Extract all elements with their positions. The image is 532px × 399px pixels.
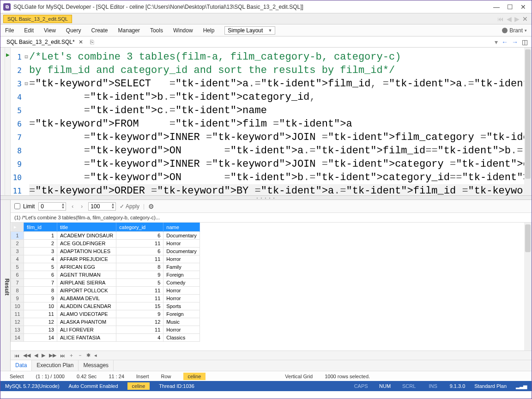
cell-name[interactable]: Classics [163, 334, 200, 342]
cell-category-id[interactable]: 11 [116, 295, 163, 302]
open-file-chip[interactable]: SQL Basic_13_2_edit.SQL [3, 15, 72, 23]
cell-title[interactable]: ACADEMY DINOSAUR [57, 232, 116, 240]
menu-query[interactable]: Query [66, 27, 81, 34]
cell-title[interactable]: ALADDIN CALENDAR [57, 302, 116, 310]
cell-category-id[interactable]: 15 [116, 302, 163, 310]
result-tab-messages[interactable]: Messages [79, 360, 114, 371]
menu-view[interactable]: View [44, 27, 56, 34]
horizontal-split-handle[interactable]: • • • • • [0, 195, 532, 200]
cell-name[interactable]: Horror [163, 326, 200, 334]
cell-film-id[interactable]: 14 [24, 334, 57, 342]
run-gutter[interactable]: ▶ [5, 48, 11, 195]
table-row[interactable]: 1313ALI FOREVER11Horror [11, 326, 200, 334]
cell-title[interactable]: ACE GOLDFINGER [57, 240, 116, 248]
tool-prev-icon[interactable]: ← [502, 38, 508, 46]
table-row[interactable]: 1212ALASKA PHANTOM12Music [11, 318, 200, 326]
nav-first-icon[interactable]: ⏮ [497, 15, 504, 23]
result-grid[interactable]: ▸ film_id title category_id name 11ACADE… [11, 223, 200, 342]
gear-icon[interactable]: ⚙ [148, 203, 154, 210]
cell-title[interactable]: ALICE FANTASIA [57, 334, 116, 342]
result-tab-data[interactable]: Data [11, 360, 32, 371]
cell-name[interactable]: Sports [163, 302, 200, 310]
nav-prev-page-icon[interactable]: ◀◀ [23, 352, 30, 358]
cell-category-id[interactable]: 6 [116, 248, 163, 255]
cell-title[interactable]: ALASKA PHANTOM [57, 318, 116, 326]
cell-film-id[interactable]: 10 [24, 302, 57, 310]
cell-name[interactable]: Horror [163, 255, 200, 263]
cell-film-id[interactable]: 5 [24, 263, 57, 271]
cell-category-id[interactable]: 11 [116, 287, 163, 295]
cell-film-id[interactable]: 2 [24, 240, 57, 248]
cell-title[interactable]: AFFAIR PREJUDICE [57, 255, 116, 263]
cell-name[interactable]: Family [163, 263, 200, 271]
nav-last-icon[interactable]: ⏭ [60, 353, 65, 358]
cell-name[interactable]: Foreign [163, 271, 200, 279]
menu-tools[interactable]: Tools [150, 27, 163, 34]
tool-dropdown-icon[interactable]: ▾ [495, 38, 498, 46]
cell-category-id[interactable]: 12 [116, 318, 163, 326]
table-row[interactable]: 33ADAPTATION HOLES6Documentary [11, 248, 200, 255]
code-editor[interactable]: /*Let's combine 3 tables(film-a, film_ca… [29, 48, 524, 195]
nav-next-icon[interactable]: ▶ [514, 15, 520, 23]
menu-edit[interactable]: Edit [24, 27, 34, 34]
page-next-icon[interactable]: › [79, 203, 85, 210]
nav-prev-icon[interactable]: ◀ [507, 15, 512, 23]
apply-button[interactable]: ✓ Apply [120, 203, 139, 210]
tool-panel-icon[interactable]: ◫ [522, 38, 528, 46]
user-menu[interactable]: Brant ▾ [502, 27, 527, 34]
grid-scrollbar[interactable] [524, 223, 532, 351]
cell-title[interactable]: AIRPORT POLLOCK [57, 287, 116, 295]
cell-category-id[interactable]: 4 [116, 334, 163, 342]
page-prev-icon[interactable]: ‹ [70, 203, 75, 210]
page-size-input[interactable]: 100 ▲▼ [88, 202, 116, 211]
cell-category-id[interactable]: 11 [116, 255, 163, 263]
cell-film-id[interactable]: 8 [24, 287, 57, 295]
new-file-icon[interactable]: ⎘ [90, 38, 94, 46]
column-header[interactable]: film_id [24, 223, 57, 232]
minimize-button[interactable]: — [493, 3, 500, 11]
table-row[interactable]: 1010ALADDIN CALENDAR15Sports [11, 302, 200, 310]
cell-title[interactable]: ALAMO VIDEOTAPE [57, 310, 116, 318]
cell-name[interactable]: Documentary [163, 232, 200, 240]
limit-checkbox[interactable]: Limit [14, 203, 35, 210]
nav-close-icon[interactable]: ✕ [522, 15, 528, 23]
nav-add-icon[interactable]: ＋ [69, 352, 74, 359]
column-header[interactable]: name [163, 223, 200, 232]
cell-title[interactable]: AGENT TRUMAN [57, 271, 116, 279]
limit-value-input[interactable]: 0 ▲▼ [38, 202, 66, 211]
menu-create[interactable]: Create [91, 27, 108, 34]
table-row[interactable]: 77AIRPLANE SIERRA5Comedy [11, 279, 200, 287]
table-row[interactable]: 55AFRICAN EGG8Family [11, 263, 200, 271]
cell-category-id[interactable]: 5 [116, 279, 163, 287]
cell-category-id[interactable]: 9 [116, 271, 163, 279]
cell-name[interactable]: Documentary [163, 248, 200, 255]
cell-name[interactable]: Horror [163, 240, 200, 248]
table-row[interactable]: 88AIRPORT POLLOCK11Horror [11, 287, 200, 295]
nav-next-icon[interactable]: ▶ [42, 352, 45, 358]
fold-column[interactable]: ⊟⊟ [24, 48, 29, 195]
table-row[interactable]: 22ACE GOLDFINGER11Horror [11, 240, 200, 248]
column-header[interactable]: category_id [116, 223, 163, 232]
cell-film-id[interactable]: 6 [24, 271, 57, 279]
cell-category-id[interactable]: 11 [116, 326, 163, 334]
editor-tab[interactable]: SQL Basic_13_2_edit.SQL* ✕ [3, 37, 86, 47]
scrollbar-thumb[interactable] [525, 224, 531, 252]
cell-film-id[interactable]: 4 [24, 255, 57, 263]
grid-corner[interactable]: ▸ [11, 223, 24, 232]
menu-help[interactable]: Help [203, 27, 215, 34]
table-row[interactable]: 1414ALICE FANTASIA4Classics [11, 334, 200, 342]
cell-title[interactable]: ALABAMA DEVIL [57, 295, 116, 302]
menu-manager[interactable]: Manager [118, 27, 140, 34]
limit-checkbox-input[interactable] [14, 203, 20, 209]
cell-category-id[interactable]: 11 [116, 240, 163, 248]
maximize-button[interactable]: ☐ [507, 3, 513, 11]
nav-remove-icon[interactable]: － [78, 352, 83, 359]
cell-category-id[interactable]: 9 [116, 310, 163, 318]
cell-film-id[interactable]: 9 [24, 295, 57, 302]
table-row[interactable]: 66AGENT TRUMAN9Foreign [11, 271, 200, 279]
cell-film-id[interactable]: 12 [24, 318, 57, 326]
cell-name[interactable]: Comedy [163, 279, 200, 287]
cell-name[interactable]: Music [163, 318, 200, 326]
nav-next-page-icon[interactable]: ▶▶ [49, 352, 56, 358]
stepper-arrows-icon[interactable]: ▲▼ [111, 203, 115, 209]
